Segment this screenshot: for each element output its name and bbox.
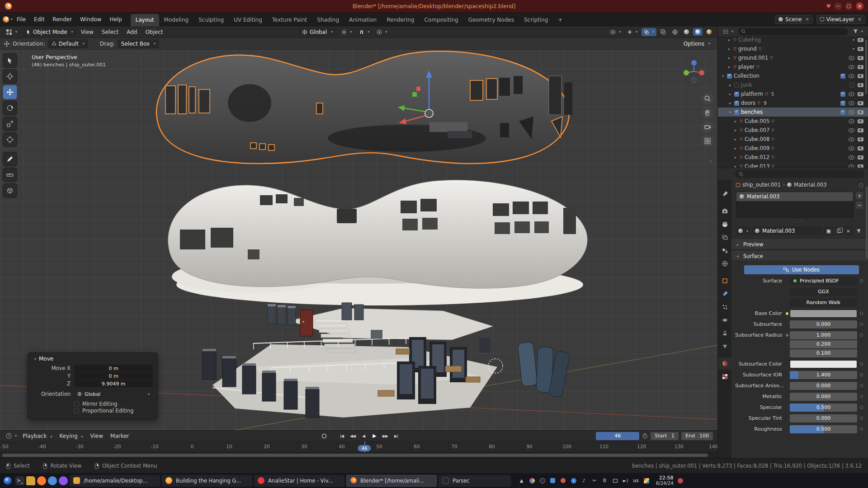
scrollbar-handle[interactable]	[2, 454, 708, 457]
transform-tool[interactable]	[3, 132, 17, 147]
expand-caret-icon[interactable]: ▸	[727, 65, 731, 69]
tab-output[interactable]	[718, 218, 731, 230]
stopwatch-icon[interactable]	[642, 433, 648, 439]
hide-viewport-icon[interactable]	[849, 101, 854, 105]
tab-rendering[interactable]: Rendering	[382, 14, 419, 26]
hide-viewport-icon[interactable]	[849, 92, 854, 96]
collection-checkbox[interactable]	[727, 74, 732, 79]
distribution-dropdown[interactable]: GGX	[790, 288, 857, 296]
subsurface-radius-x-field[interactable]: 1.000	[790, 331, 857, 339]
expand-caret-icon[interactable]: ▸	[733, 155, 738, 160]
annotate-tool[interactable]	[3, 152, 17, 166]
tab-geometry-nodes[interactable]: Geometry Nodes	[463, 14, 519, 26]
disable-render-icon[interactable]	[858, 119, 863, 123]
expand-caret-icon[interactable]: ▸	[728, 92, 732, 96]
object-visibility-dropdown[interactable]: ▾	[608, 28, 623, 36]
decorator-icon[interactable]	[860, 406, 863, 409]
snap-toggle[interactable]: ▾	[357, 28, 372, 36]
move-orientation-dropdown[interactable]: Global ▾	[74, 390, 153, 398]
tab-modifiers[interactable]	[718, 288, 731, 300]
tray-app-blue-icon[interactable]	[549, 477, 556, 484]
pan-hand-button[interactable]	[702, 107, 713, 119]
taskbar-window-parsec[interactable]: Parsec	[439, 475, 511, 487]
decorator-icon[interactable]	[860, 333, 863, 337]
exclude-checkbox[interactable]	[840, 92, 845, 97]
outliner-item-cube-012[interactable]: ▸▽Cube.012▽	[718, 153, 868, 162]
breadcrumb-object[interactable]: ship_outer.001	[742, 182, 781, 188]
tab-add-workspace[interactable]: +	[553, 14, 567, 26]
decorator-icon[interactable]	[860, 373, 863, 376]
tab-material[interactable]	[718, 357, 731, 370]
metallic-slider[interactable]: 0.000	[790, 393, 857, 401]
tab-compositing[interactable]: Compositing	[419, 14, 463, 26]
expand-caret-icon[interactable]: ▾	[721, 74, 725, 78]
tab-texture-paint[interactable]: Texture Paint	[267, 14, 312, 26]
tab-world[interactable]	[718, 258, 731, 270]
exclude-checkbox[interactable]	[849, 83, 854, 88]
browse-material-button[interactable]: ▾	[736, 226, 750, 235]
specular-tint-slider[interactable]: 0.000	[790, 414, 857, 422]
viewport-3d[interactable]: User Perspective (46) benches | ship_out…	[0, 50, 717, 430]
collection-checkbox[interactable]	[734, 101, 739, 106]
overlays-toggle[interactable]: ▾	[642, 28, 656, 36]
tab-particles[interactable]	[718, 301, 731, 313]
preview-panel-header[interactable]: ▸Preview	[731, 239, 868, 249]
decorator-icon[interactable]	[860, 362, 863, 366]
outliner-item-cube-013[interactable]: ▸▽Cube.013▽	[718, 162, 868, 168]
menu-add[interactable]: Add	[123, 27, 141, 38]
disable-render-icon[interactable]	[858, 155, 863, 160]
hide-viewport-icon[interactable]	[849, 164, 854, 169]
subsurface-method-dropdown[interactable]: Random Walk	[790, 299, 857, 307]
tab-uv-editing[interactable]: UV Editing	[229, 14, 267, 26]
jump-to-end-button[interactable]: ▶|	[391, 432, 401, 440]
menu-keying[interactable]: Keying ▾	[56, 431, 86, 441]
viewlayer-unlink-icon[interactable]: ×	[858, 16, 862, 22]
current-frame-field[interactable]: 46	[596, 432, 639, 440]
hide-viewport-icon[interactable]	[849, 74, 854, 78]
move-x-field[interactable]: 0 m	[74, 365, 153, 372]
surface-panel-header[interactable]: ▾Surface	[731, 251, 868, 261]
tray-music-icon[interactable]: ♪	[580, 477, 587, 484]
disable-render-icon[interactable]	[858, 83, 863, 87]
menu-file[interactable]: File	[13, 14, 30, 25]
tab-render[interactable]	[718, 205, 731, 217]
next-keyframe-button[interactable]: ▶▶	[380, 432, 390, 440]
outliner-item-doors[interactable]: ▸doors▽9	[718, 99, 868, 108]
breadcrumb-material[interactable]: Material.003	[794, 182, 826, 188]
disable-render-icon[interactable]	[858, 146, 863, 150]
outliner-item-cube-005[interactable]: ▸▽Cube.005▽	[718, 117, 868, 126]
outliner-item-collection[interactable]: ▾Collection	[718, 71, 868, 80]
exclude-checkbox[interactable]	[840, 110, 845, 115]
options-dropdown[interactable]: Options▾	[680, 39, 714, 48]
tab-view-layer[interactable]	[718, 231, 731, 244]
disable-render-icon[interactable]	[858, 101, 863, 105]
ortho-toggle-button[interactable]	[702, 135, 713, 147]
measure-tool[interactable]	[3, 168, 17, 182]
pivot-point-dropdown[interactable]: ▾	[339, 28, 354, 36]
disable-render-icon[interactable]	[858, 38, 863, 42]
exclude-checkbox[interactable]	[840, 74, 845, 79]
tab-modeling[interactable]: Modeling	[159, 14, 194, 26]
add-cube-tool[interactable]	[3, 183, 17, 198]
shading-wireframe-button[interactable]	[670, 28, 680, 36]
menu-object[interactable]: Object	[141, 27, 167, 38]
xray-toggle[interactable]	[658, 28, 668, 36]
app-menu-icon[interactable]	[3, 16, 9, 23]
menu-view[interactable]: View	[77, 27, 98, 38]
outliner-item-junk[interactable]: ▸junk	[718, 80, 868, 89]
fake-user-button[interactable]: ▣	[824, 226, 833, 235]
timeline-editor-type-button[interactable]: ▾	[4, 432, 19, 440]
material-slot-item[interactable]: Material.003	[736, 192, 853, 201]
disable-render-icon[interactable]	[858, 92, 863, 96]
playhead-frame-badge[interactable]: 46	[358, 445, 371, 451]
tray-obs-icon[interactable]	[539, 477, 546, 484]
launcher-icon-terminal[interactable]: >_	[15, 476, 24, 485]
tray-info-icon[interactable]: i	[570, 477, 577, 484]
surface-shader-menu[interactable]: Principled BSDF	[790, 277, 857, 285]
tray-palette-icon[interactable]	[528, 477, 535, 484]
move-z-field[interactable]: 9.9049 m	[74, 380, 153, 387]
editor-type-button[interactable]: ▾	[4, 28, 19, 37]
hide-viewport-icon[interactable]	[849, 128, 854, 132]
subsurface-radius-y-field[interactable]: 0.200	[790, 340, 857, 348]
disable-render-icon[interactable]	[858, 137, 863, 141]
